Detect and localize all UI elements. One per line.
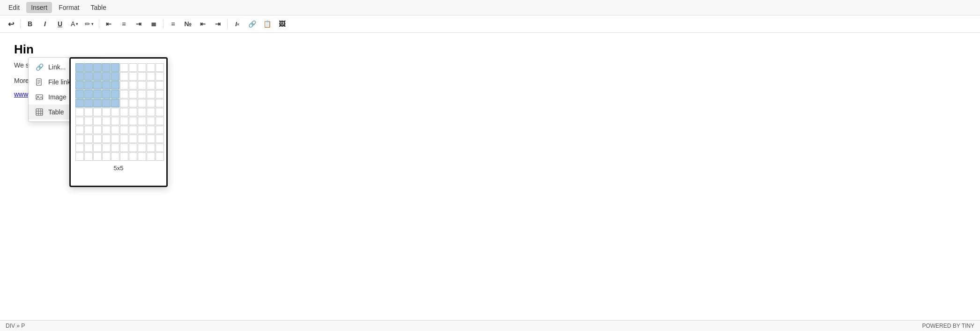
- table-cell[interactable]: [102, 90, 111, 98]
- table-cell[interactable]: [93, 72, 102, 81]
- table-cell[interactable]: [129, 99, 137, 107]
- table-cell[interactable]: [120, 126, 128, 134]
- table-cell[interactable]: [156, 81, 164, 90]
- image-button[interactable]: 🖼: [275, 17, 289, 30]
- numbered-list-button[interactable]: №: [181, 17, 195, 30]
- table-cell[interactable]: [156, 152, 164, 161]
- table-cell[interactable]: [75, 108, 84, 116]
- italic-button[interactable]: I: [38, 17, 52, 30]
- align-right-button[interactable]: ⇥: [132, 17, 146, 30]
- table-cell[interactable]: [75, 135, 84, 143]
- table-cell[interactable]: [75, 63, 84, 72]
- menu-edit[interactable]: Edit: [4, 2, 24, 13]
- table-cell[interactable]: [120, 72, 128, 81]
- table-cell[interactable]: [120, 99, 128, 107]
- menu-table[interactable]: Table: [86, 2, 111, 13]
- table-cell[interactable]: [129, 126, 137, 134]
- table-cell[interactable]: [138, 72, 146, 81]
- table-cell[interactable]: [93, 90, 102, 98]
- table-cell[interactable]: [102, 99, 111, 107]
- table-cell[interactable]: [84, 108, 93, 116]
- table-cell[interactable]: [93, 152, 102, 161]
- table-cell[interactable]: [156, 90, 164, 98]
- bold-button[interactable]: B: [23, 17, 37, 30]
- table-cell[interactable]: [120, 143, 128, 152]
- table-cell[interactable]: [138, 99, 146, 107]
- table-cell[interactable]: [156, 135, 164, 143]
- table-cell[interactable]: [147, 108, 155, 116]
- table-cell[interactable]: [111, 135, 119, 143]
- table-cell[interactable]: [120, 117, 128, 125]
- table-cell[interactable]: [147, 90, 155, 98]
- highlight-color-button[interactable]: ✏ ▾: [82, 17, 97, 30]
- table-cell[interactable]: [147, 126, 155, 134]
- table-cell[interactable]: [102, 81, 111, 90]
- table-cell[interactable]: [138, 63, 146, 72]
- menu-insert[interactable]: Insert: [26, 2, 52, 13]
- table-cell[interactable]: [156, 108, 164, 116]
- table-cell[interactable]: [147, 99, 155, 107]
- font-color-dropdown[interactable]: ▾: [76, 22, 78, 26]
- table-cell[interactable]: [102, 108, 111, 116]
- clipboard-button[interactable]: 📋: [260, 17, 274, 30]
- table-cell[interactable]: [129, 90, 137, 98]
- table-cell[interactable]: [93, 99, 102, 107]
- table-cell[interactable]: [111, 152, 119, 161]
- table-cell[interactable]: [84, 81, 93, 90]
- table-cell[interactable]: [111, 143, 119, 152]
- menu-format[interactable]: Format: [54, 2, 84, 13]
- table-cell[interactable]: [84, 99, 93, 107]
- table-cell[interactable]: [84, 143, 93, 152]
- table-cell[interactable]: [156, 117, 164, 125]
- table-cell[interactable]: [102, 126, 111, 134]
- table-cell[interactable]: [102, 152, 111, 161]
- table-cell[interactable]: [102, 72, 111, 81]
- link-button[interactable]: 🔗: [245, 17, 259, 30]
- table-cell[interactable]: [120, 135, 128, 143]
- table-cell[interactable]: [75, 90, 84, 98]
- table-cell[interactable]: [129, 152, 137, 161]
- table-cell[interactable]: [129, 81, 137, 90]
- table-cell[interactable]: [147, 117, 155, 125]
- table-cell[interactable]: [75, 81, 84, 90]
- table-cell[interactable]: [147, 143, 155, 152]
- table-cell[interactable]: [111, 72, 119, 81]
- underline-button[interactable]: U: [53, 17, 67, 30]
- table-cell[interactable]: [102, 143, 111, 152]
- highlight-dropdown[interactable]: ▾: [91, 22, 94, 26]
- table-cell[interactable]: [129, 108, 137, 116]
- table-cell[interactable]: [93, 143, 102, 152]
- table-cell[interactable]: [111, 90, 119, 98]
- table-cell[interactable]: [93, 108, 102, 116]
- clear-format-button[interactable]: Ix: [230, 17, 244, 30]
- table-cell[interactable]: [120, 90, 128, 98]
- table-cell[interactable]: [84, 152, 93, 161]
- table-cell[interactable]: [84, 72, 93, 81]
- table-cell[interactable]: [138, 152, 146, 161]
- table-cell[interactable]: [84, 135, 93, 143]
- table-cell[interactable]: [120, 81, 128, 90]
- table-cell[interactable]: [138, 108, 146, 116]
- table-cell[interactable]: [111, 126, 119, 134]
- table-cell[interactable]: [93, 126, 102, 134]
- table-cell[interactable]: [84, 117, 93, 125]
- table-grid[interactable]: [75, 63, 162, 161]
- table-cell[interactable]: [138, 143, 146, 152]
- table-cell[interactable]: [156, 99, 164, 107]
- table-cell[interactable]: [93, 117, 102, 125]
- table-cell[interactable]: [84, 90, 93, 98]
- table-cell[interactable]: [75, 72, 84, 81]
- table-cell[interactable]: [156, 143, 164, 152]
- table-cell[interactable]: [75, 143, 84, 152]
- align-center-button[interactable]: ≡: [117, 17, 131, 30]
- table-cell[interactable]: [147, 63, 155, 72]
- table-cell[interactable]: [84, 63, 93, 72]
- table-cell[interactable]: [120, 152, 128, 161]
- table-cell[interactable]: [138, 81, 146, 90]
- font-color-button[interactable]: A ▾: [68, 17, 81, 30]
- table-cell[interactable]: [75, 99, 84, 107]
- table-cell[interactable]: [129, 135, 137, 143]
- table-cell[interactable]: [111, 63, 119, 72]
- table-cell[interactable]: [138, 90, 146, 98]
- table-cell[interactable]: [129, 63, 137, 72]
